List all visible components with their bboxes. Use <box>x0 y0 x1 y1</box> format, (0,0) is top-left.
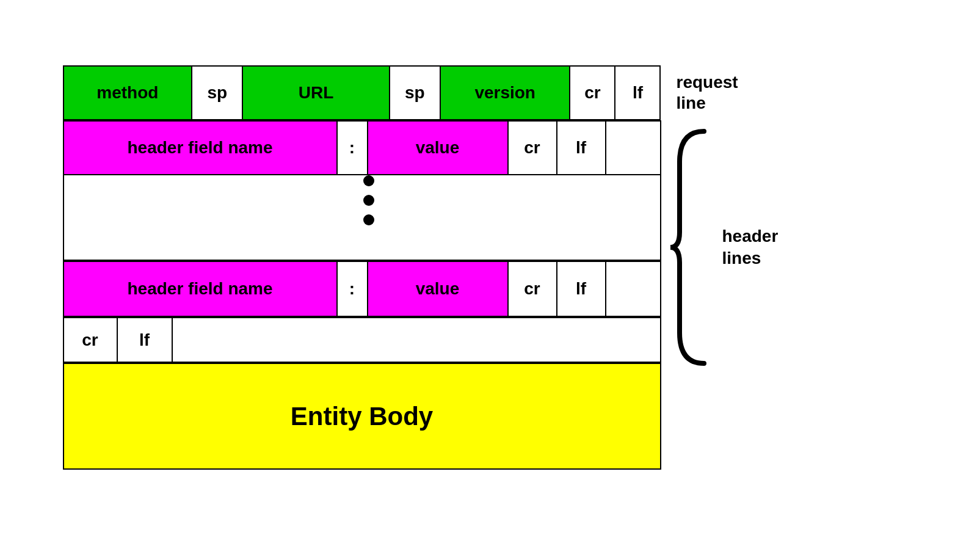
diagram-left: method sp URL sp version cr lf header fi… <box>63 65 661 470</box>
header-lines-brace-group: headerlines <box>667 125 779 369</box>
cr4-cell: cr <box>63 317 118 363</box>
version-cell: version <box>441 65 571 120</box>
blank-rest <box>173 317 661 363</box>
dots <box>363 175 374 225</box>
header-row-last: header field name : value cr lf <box>63 261 661 317</box>
value-2: value <box>368 262 509 317</box>
request-line-text: requestline <box>677 72 738 113</box>
header-row1: header field name : value cr lf <box>63 120 661 175</box>
cr1-cell: cr <box>570 65 615 120</box>
colon-1: : <box>338 120 368 175</box>
lf4-cell: lf <box>118 317 173 363</box>
header-field-name-2: header field name <box>63 262 338 317</box>
diagram-main: method sp URL sp version cr lf header fi… <box>63 65 918 470</box>
dot-1 <box>363 175 374 186</box>
header-lines-label: headerlines <box>722 225 779 270</box>
colon-2: : <box>338 262 368 317</box>
lf1-cell: lf <box>615 65 661 120</box>
request-line-row: method sp URL sp version cr lf <box>63 65 661 120</box>
request-line-label: requestline <box>667 65 738 120</box>
value-1: value <box>368 120 509 175</box>
dot-2 <box>363 195 374 206</box>
lf2-cell: lf <box>557 120 606 175</box>
method-cell: method <box>63 65 193 120</box>
diagram-container: method sp URL sp version cr lf header fi… <box>63 65 918 470</box>
header-lines-brace-icon <box>667 125 716 369</box>
url-cell: URL <box>243 65 390 120</box>
lf3-cell: lf <box>557 262 606 317</box>
dot-3 <box>363 214 374 225</box>
blank-crlf-row: cr lf <box>63 317 661 363</box>
entity-body: Entity Body <box>63 363 661 470</box>
cr2-cell: cr <box>509 120 557 175</box>
dots-row <box>63 175 661 261</box>
sp1-cell: sp <box>192 65 243 120</box>
cr3-cell: cr <box>509 262 557 317</box>
sp2-cell: sp <box>390 65 441 120</box>
header-field-name-1: header field name <box>63 120 338 175</box>
diagram-right: requestline headerlines <box>661 65 893 369</box>
